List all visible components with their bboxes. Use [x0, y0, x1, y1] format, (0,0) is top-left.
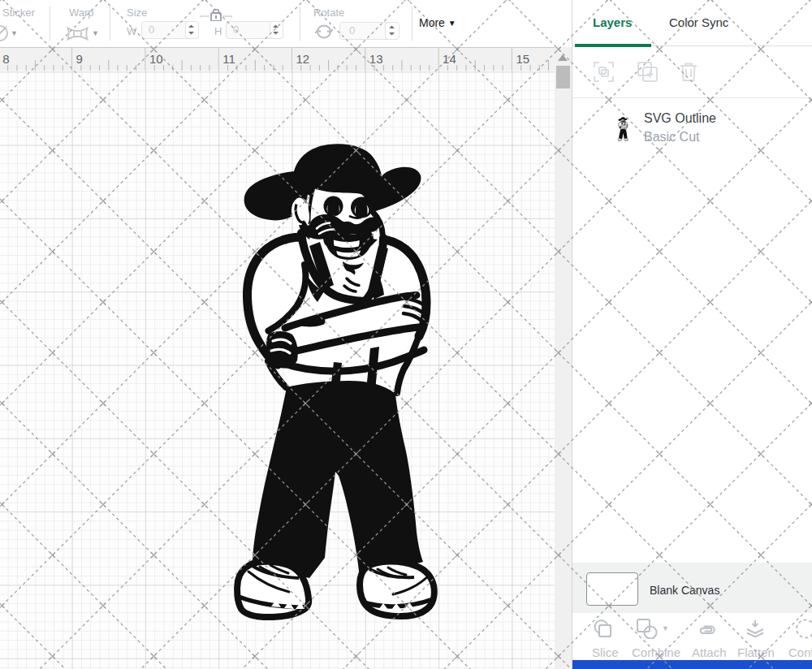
- svg-text:8: 8: [2, 52, 9, 66]
- svg-text:13: 13: [369, 52, 383, 66]
- svg-text:11: 11: [222, 52, 235, 66]
- svg-text:10: 10: [149, 52, 163, 66]
- svg-text:14: 14: [443, 52, 456, 66]
- svg-text:9: 9: [76, 52, 83, 66]
- svg-text:15: 15: [516, 52, 529, 66]
- svg-text:12: 12: [296, 52, 310, 66]
